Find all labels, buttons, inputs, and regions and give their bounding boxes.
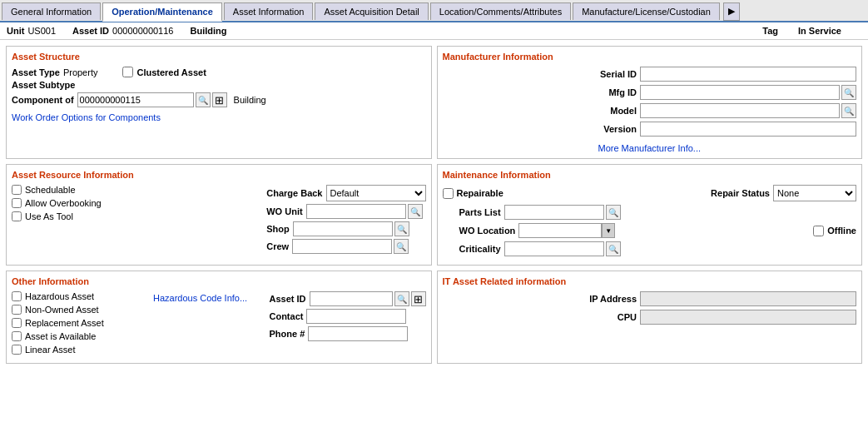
manufacturer-info-title: Manufacturer Information [443, 52, 857, 62]
model-input[interactable] [640, 103, 840, 118]
ip-address-row: IP Address [443, 291, 857, 306]
more-mfg-link[interactable]: More Manufacturer Info... [598, 143, 702, 153]
model-row: Model 🔍 [443, 103, 857, 118]
parts-list-row: Parts List 🔍 [443, 205, 857, 220]
repair-status-group: Repair Status None [711, 185, 856, 201]
tag-field: Tag [762, 26, 781, 36]
repair-status-select[interactable]: None [773, 185, 856, 201]
other-info-links: Hazardous Code Info... [153, 291, 247, 358]
version-input[interactable] [640, 122, 856, 137]
tag-label: Tag [762, 26, 778, 36]
maintenance-info-title: Maintenance Information [443, 170, 857, 180]
crew-row: Crew 🔍 [266, 239, 425, 254]
linear-asset-label: Linear Asset [25, 345, 76, 355]
tab-location-comments[interactable]: Location/Comments/Attributes [430, 2, 571, 20]
tabs-bar: General Information Operation/Maintenanc… [0, 0, 868, 22]
cpu-row: CPU [443, 310, 857, 325]
schedulable-checkbox[interactable] [12, 185, 22, 195]
hazardous-code-link[interactable]: Hazardous Code Info... [153, 293, 247, 303]
serial-id-input[interactable] [640, 67, 856, 82]
allow-overbooking-checkbox[interactable] [12, 198, 22, 208]
charge-back-label: Charge Back [266, 188, 322, 198]
linear-asset-row: Linear Asset [12, 345, 145, 355]
use-as-tool-checkbox[interactable] [12, 211, 22, 221]
shop-lookup-btn[interactable]: 🔍 [394, 221, 409, 236]
component-grid-btn[interactable]: ⊞ [212, 92, 227, 107]
other-info-title: Other Information [12, 276, 426, 286]
version-row: Version [443, 122, 857, 137]
hazardous-label: Hazardous Asset [25, 291, 94, 301]
arrow-right-icon: ▶ [728, 6, 735, 17]
asset-resource-section: Asset Resource Information Schedulable A… [6, 164, 432, 266]
asset-id-field: Asset ID 000000000116 [72, 26, 173, 36]
asset-available-checkbox[interactable] [12, 331, 22, 341]
it-asset-title: IT Asset Related information [443, 276, 857, 286]
wo-unit-input[interactable] [306, 204, 406, 219]
ip-address-label: IP Address [578, 294, 637, 304]
wo-location-group: WO Location ▼ [443, 223, 616, 238]
asset-id-other-label: Asset ID [269, 294, 305, 304]
asset-id-other-input[interactable] [310, 291, 393, 306]
shop-row: Shop 🔍 [266, 221, 425, 236]
repairable-label: Repairable [457, 188, 503, 198]
wo-unit-lookup-btn[interactable]: 🔍 [408, 204, 423, 219]
criticality-input[interactable] [504, 241, 604, 256]
wo-location-dropdown-btn[interactable]: ▼ [602, 223, 615, 238]
work-order-link-row: Work Order Options for Components [12, 112, 426, 122]
mfg-id-row: Mfg ID 🔍 [443, 85, 857, 100]
charge-back-row: Charge Back Default [266, 185, 425, 201]
model-lookup-btn[interactable]: 🔍 [841, 103, 856, 118]
mfg-id-lookup-btn[interactable]: 🔍 [841, 85, 856, 100]
linear-asset-checkbox[interactable] [12, 345, 22, 355]
cpu-label: CPU [578, 312, 637, 322]
tab-asset-acquisition[interactable]: Asset Acquisition Detail [315, 2, 428, 20]
asset-id-other-lookup-btn[interactable]: 🔍 [394, 291, 409, 306]
mfg-id-input[interactable] [640, 85, 840, 100]
replacement-checkbox[interactable] [12, 318, 22, 328]
contact-input[interactable] [306, 309, 406, 324]
more-mfg-link-row: More Manufacturer Info... [443, 143, 857, 153]
component-building-value: Building [234, 95, 266, 105]
parts-list-input[interactable] [504, 205, 604, 220]
other-info-content: Hazardous Asset Non-Owned Asset Replacem… [12, 291, 426, 358]
offline-checkbox[interactable] [813, 226, 824, 236]
work-order-link[interactable]: Work Order Options for Components [12, 112, 161, 122]
asset-structure-section: Asset Structure Asset Type Property Clus… [6, 46, 432, 159]
crew-lookup-btn[interactable]: 🔍 [394, 239, 409, 254]
phone-input[interactable] [308, 326, 408, 341]
wo-location-input[interactable] [518, 223, 602, 238]
tab-scroll-right[interactable]: ▶ [723, 2, 740, 21]
asset-resource-title: Asset Resource Information [12, 170, 426, 180]
clustered-asset-checkbox[interactable] [122, 67, 133, 77]
wo-unit-label: WO Unit [266, 206, 302, 216]
repairable-checkbox[interactable] [443, 188, 454, 199]
charge-back-select[interactable]: Default [326, 185, 426, 201]
tab-operation-maintenance[interactable]: Operation/Maintenance [102, 2, 222, 22]
contact-label: Contact [269, 311, 303, 321]
tab-general-information[interactable]: General Information [2, 2, 101, 20]
asset-id-label: Asset ID [72, 26, 109, 36]
parts-list-lookup-btn[interactable]: 🔍 [606, 205, 621, 220]
ip-address-input[interactable] [640, 291, 856, 306]
non-owned-checkbox[interactable] [12, 305, 22, 315]
component-lookup-btn[interactable]: 🔍 [196, 92, 211, 107]
use-as-tool-row: Use As Tool [12, 211, 102, 221]
shop-input[interactable] [293, 221, 393, 236]
shop-label: Shop [266, 224, 290, 234]
other-info-fields: Asset ID 🔍 ⊞ Contact Phone # [269, 291, 425, 358]
asset-type-label: Asset Type [12, 67, 60, 77]
tab-manufacture-license[interactable]: Manufacture/License/Custodian [573, 2, 720, 20]
component-of-row: Component of 🔍 ⊞ Building [12, 92, 426, 107]
component-of-input[interactable] [77, 92, 194, 107]
in-service-label: In Service [798, 26, 841, 36]
asset-available-row: Asset is Available [12, 331, 145, 341]
allow-overbooking-row: Allow Overbooking [12, 198, 102, 208]
asset-subtype-label: Asset Subtype [12, 80, 75, 90]
cpu-input[interactable] [640, 310, 856, 325]
crew-input[interactable] [292, 239, 392, 254]
hazardous-checkbox[interactable] [12, 291, 22, 301]
tab-asset-information[interactable]: Asset Information [224, 2, 314, 20]
criticality-lookup-btn[interactable]: 🔍 [606, 241, 621, 256]
it-asset-section: IT Asset Related information IP Address … [437, 271, 863, 364]
asset-id-other-grid-btn[interactable]: ⊞ [411, 291, 426, 306]
